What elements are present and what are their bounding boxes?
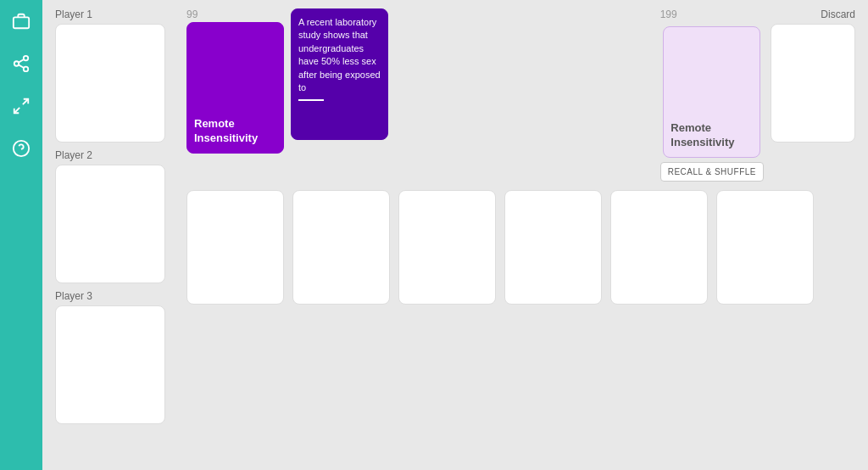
light-card-section: 199 Remote Insensitivity RECALL & SHUFFL… bbox=[660, 8, 764, 182]
svg-point-3 bbox=[14, 61, 19, 66]
svg-line-8 bbox=[14, 108, 19, 113]
recall-shuffle-button[interactable]: RECALL & SHUFFLE bbox=[660, 162, 764, 182]
bottom-card-5[interactable] bbox=[610, 190, 708, 305]
purple-card-stack: 99 Remote Insensitivity bbox=[186, 8, 284, 154]
svg-rect-0 bbox=[14, 17, 29, 28]
center-area: 99 Remote Insensitivity A recent laborat… bbox=[186, 8, 855, 305]
top-area: Player 1 Player 2 Player 3 99 Remote Ins… bbox=[55, 8, 855, 462]
discard-column: Discard bbox=[771, 8, 855, 143]
svg-line-5 bbox=[19, 64, 24, 68]
discard-label: Discard bbox=[821, 8, 855, 20]
briefcase-icon[interactable] bbox=[8, 8, 34, 34]
share-icon[interactable] bbox=[8, 51, 34, 76]
bottom-card-6[interactable] bbox=[716, 190, 814, 305]
main-area: Player 1 Player 2 Player 3 99 Remote Ins… bbox=[42, 0, 868, 470]
sidebar bbox=[0, 0, 42, 470]
purple-card[interactable]: Remote Insensitivity bbox=[186, 22, 284, 154]
player-2-label: Player 2 bbox=[55, 149, 178, 161]
purple-card-title: Remote Insensitivity bbox=[194, 117, 276, 146]
svg-point-4 bbox=[24, 67, 29, 72]
bottom-card-2[interactable] bbox=[292, 190, 390, 305]
svg-line-7 bbox=[23, 99, 28, 104]
light-card[interactable]: Remote Insensitivity bbox=[663, 26, 760, 158]
purple-card-count: 99 bbox=[186, 8, 198, 20]
svg-line-6 bbox=[19, 59, 24, 63]
svg-point-2 bbox=[24, 56, 29, 61]
bottom-card-4[interactable] bbox=[504, 190, 602, 305]
light-card-title: Remote Insensitivity bbox=[670, 121, 753, 150]
player-3-section: Player 3 bbox=[55, 290, 178, 424]
player-3-card-area bbox=[55, 305, 165, 424]
bottom-card-3[interactable] bbox=[398, 190, 496, 305]
player-1-label: Player 1 bbox=[55, 8, 178, 20]
bottom-card-1[interactable] bbox=[186, 190, 284, 305]
player-2-card-area bbox=[55, 165, 165, 283]
top-row: 99 Remote Insensitivity A recent laborat… bbox=[186, 8, 855, 182]
black-card-underline bbox=[298, 99, 324, 101]
players-column: Player 1 Player 2 Player 3 bbox=[55, 8, 178, 424]
bottom-row bbox=[186, 190, 855, 305]
black-card-text: A recent laboratory study shows that und… bbox=[298, 16, 381, 94]
player-1-section: Player 1 bbox=[55, 8, 178, 143]
help-icon[interactable] bbox=[8, 136, 34, 161]
player-1-card-area bbox=[55, 24, 165, 143]
expand-icon[interactable] bbox=[8, 93, 34, 119]
black-card[interactable]: A recent laboratory study shows that und… bbox=[291, 8, 388, 140]
player-3-label: Player 3 bbox=[55, 290, 178, 302]
light-card-count: 199 bbox=[660, 8, 677, 20]
player-2-section: Player 2 bbox=[55, 149, 178, 283]
discard-card-area bbox=[771, 24, 855, 143]
